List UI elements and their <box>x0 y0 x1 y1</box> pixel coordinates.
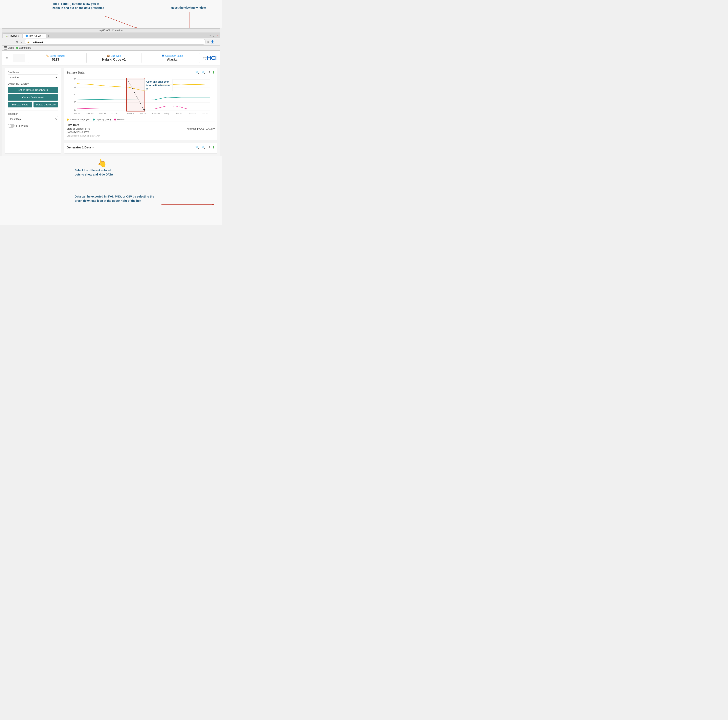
battery-chart-icons: 🔍 🔍 ↺ ⬇ <box>195 70 215 74</box>
header-serial-number: 🏷️ Serial Number 5113 <box>28 53 83 63</box>
battery-chart-card: Battery Data 🔍 🔍 ↺ ⬇ <box>64 68 217 140</box>
new-tab-button[interactable]: + <box>46 34 50 38</box>
dots-annotation-text: Select the different colored dots to sho… <box>75 169 113 176</box>
set-default-button[interactable]: Set as Default Dashboard <box>8 87 58 93</box>
back-button[interactable]: ← <box>4 40 8 44</box>
tab-inview-label: Inview <box>10 35 17 37</box>
state-of-charge: State of Charge: 64% <box>67 127 90 130</box>
header-left-fade <box>13 54 25 62</box>
full-width-toggle[interactable] <box>8 124 15 128</box>
header-customer-name: 👤 Customer Name Alaska <box>145 53 200 63</box>
export-annotation: Data can be exported in SVG, PNG, or CSV… <box>75 195 162 203</box>
svg-text:50: 50 <box>74 86 76 88</box>
export-annotation-text: Data can be exported in SVG, PNG, or CSV… <box>75 195 154 202</box>
timespan-select[interactable]: Past Day <box>8 116 58 122</box>
apps-label: Apps <box>8 46 14 49</box>
create-dashboard-button[interactable]: Create Dashboard <box>8 94 58 101</box>
gen-download-icon[interactable]: ⬇ <box>212 146 215 149</box>
gen-zoom-in-icon[interactable]: 🔍 <box>195 146 199 149</box>
generator-chart-icons: 🔍 🔍 ↺ ⬇ <box>195 146 215 149</box>
bookmarks-apps[interactable]: Apps <box>4 46 14 49</box>
browser-tabs: 📊 Inview ✕ 🔷 myHCI-V2 ✕ + − ◻ ✕ <box>2 33 220 38</box>
page-content: ≡ 🏷️ Serial Number 5113 📦 Unit <box>2 50 220 156</box>
tab-inview-close[interactable]: ✕ <box>18 35 20 37</box>
browser-titlebar: myHCI-V2 - Chromium <box>2 29 220 33</box>
restore-button[interactable]: ◻ <box>213 34 214 37</box>
legend-capacity[interactable]: Capacity (kWh) <box>93 118 111 121</box>
svg-text:70: 70 <box>74 78 76 80</box>
customer-name-label: Customer Name <box>165 55 183 57</box>
bookmarks-community[interactable]: Community <box>16 46 31 49</box>
unit-type-label: Unit Type <box>111 55 121 57</box>
live-data-section: Live Data State of Charge: 64% Capacity:… <box>67 122 215 138</box>
inview-icon: 📊 <box>6 35 9 37</box>
unit-icon: 📦 <box>107 55 110 57</box>
reload-button[interactable]: ↺ <box>15 40 19 44</box>
charts-area: Battery Data 🔍 🔍 ↺ ⬇ <box>64 68 217 153</box>
myhci-icon: 🔷 <box>25 35 28 37</box>
main-layout: Dashboard service Owner: HCI Energy Set … <box>2 66 220 156</box>
gen-reset-icon[interactable]: ↺ <box>208 146 210 149</box>
community-label: Community <box>19 46 31 49</box>
logo-hci: HCI <box>206 55 217 61</box>
forward-button[interactable]: → <box>9 40 14 44</box>
edit-dashboard-button[interactable]: Edit Dashboard <box>8 102 32 107</box>
full-width-row: Full Width <box>8 124 58 128</box>
generator-caret-icon: ▼ <box>92 146 94 149</box>
full-width-label: Full Width <box>16 124 28 127</box>
svg-text:9:00 AM: 9:00 AM <box>74 113 80 115</box>
gen-zoom-out-icon[interactable]: 🔍 <box>202 146 205 149</box>
live-data-title: Live Data <box>67 123 215 127</box>
user-icon[interactable]: 👤 <box>211 40 214 43</box>
url-input[interactable] <box>31 40 203 44</box>
svg-marker-28 <box>212 204 214 205</box>
drag-annotation-text: Click and drag over information to zoom … <box>146 80 170 90</box>
logo-area: my HCI <box>203 55 217 61</box>
legend-capacity-label: Capacity (kWh) <box>96 118 111 121</box>
menu-icon[interactable]: ⋮ <box>216 40 218 43</box>
svg-text:10:00 PM: 10:00 PM <box>152 113 160 115</box>
annotation-arrows <box>0 0 222 28</box>
svg-text:8:00 PM: 8:00 PM <box>140 113 147 115</box>
edit-delete-row: Edit Dashboard Delete Dashboard <box>8 102 58 107</box>
download-icon[interactable]: ⬇ <box>212 70 215 74</box>
serial-number-label: Serial Number <box>50 55 65 57</box>
apps-grid-icon <box>4 46 7 49</box>
battery-chart-svg: 70 50 30 10 -10 <box>67 76 215 116</box>
svg-text:1:00 PM: 1:00 PM <box>99 113 106 115</box>
customer-name-value: Alaska <box>148 58 196 61</box>
zoom-out-icon[interactable]: 🔍 <box>202 70 205 74</box>
owner-text: Owner: HCI Energy <box>8 83 58 85</box>
generator-title[interactable]: Generator 1 Data ▼ <box>67 146 94 149</box>
timespan-label: Timespan <box>8 112 58 115</box>
svg-text:10: 10 <box>74 101 76 103</box>
delete-dashboard-button[interactable]: Delete Dashboard <box>34 102 58 107</box>
minimize-button[interactable]: − <box>210 34 211 37</box>
tab-inview[interactable]: 📊 Inview ✕ <box>3 34 22 38</box>
dots-annotation: Select the different colored dots to sho… <box>75 168 117 177</box>
secure-icon: 🔒 <box>27 41 30 43</box>
tab-myhci-label: myHCI-V2 <box>29 35 41 37</box>
logo-my: my <box>203 56 207 60</box>
dashboard-select[interactable]: service <box>8 75 58 80</box>
close-button[interactable]: ✕ <box>216 34 218 37</box>
community-icon <box>16 47 18 49</box>
hand-cursor-legend: 👆 <box>96 157 107 169</box>
header-bar: ≡ 🏷️ Serial Number 5113 📦 Unit <box>2 51 220 66</box>
svg-text:23 Sep: 23 Sep <box>164 113 170 115</box>
home-button[interactable]: ⌂ <box>20 40 24 44</box>
tab-myhci[interactable]: 🔷 myHCI-V2 ✕ <box>23 34 46 38</box>
capacity: Capacity: 23.55 kWh <box>67 131 90 133</box>
live-data-row: State of Charge: 64% Capacity: 23.55 kWh… <box>67 127 215 134</box>
legend-kilowatt[interactable]: Kilowatt <box>114 118 125 121</box>
tag-icon: 🏷️ <box>46 55 49 57</box>
zoom-in-icon[interactable]: 🔍 <box>195 70 199 74</box>
battery-chart-header: Battery Data 🔍 🔍 ↺ ⬇ <box>67 70 215 74</box>
legend-soc[interactable]: State Of Charge (%) <box>67 118 90 121</box>
battery-chart-legend: State Of Charge (%) Capacity (kWh) Kilow… <box>67 118 215 121</box>
bookmark-star-icon[interactable]: ☆ <box>207 40 210 43</box>
reset-icon[interactable]: ↺ <box>208 70 210 74</box>
hamburger-menu[interactable]: ≡ <box>5 56 8 60</box>
tab-myhci-close[interactable]: ✕ <box>42 35 43 37</box>
svg-text:11:00 AM: 11:00 AM <box>86 113 93 115</box>
